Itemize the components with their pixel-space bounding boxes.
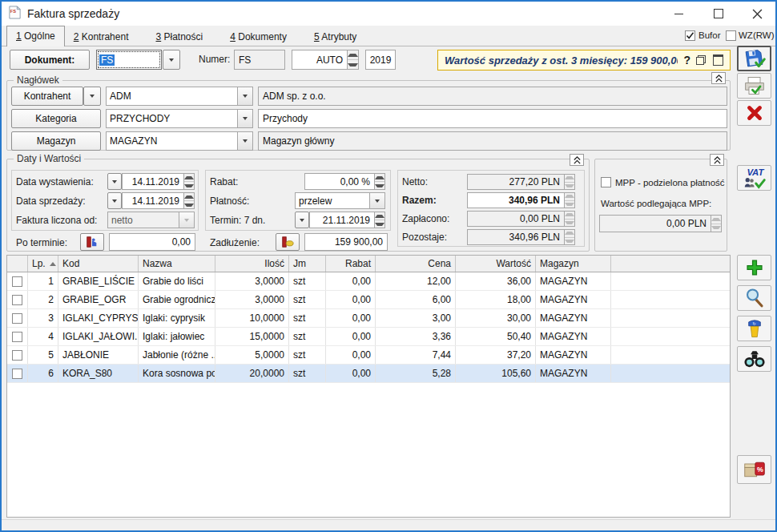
header-cena[interactable]: Cena (376, 256, 456, 272)
data-wystawienia-dropdown[interactable] (107, 173, 122, 190)
zadluzenie-button[interactable] (276, 233, 300, 251)
auto-number-spinner[interactable] (348, 50, 359, 70)
naglowek-collapse-button[interactable] (711, 72, 726, 84)
scheme-dropdown-button[interactable] (163, 50, 180, 70)
close-icon (752, 9, 763, 19)
year-field[interactable]: 2019 (365, 50, 396, 70)
vat-registry-button[interactable]: VAT (737, 165, 771, 191)
rabat-field[interactable]: 0,00 % (304, 173, 375, 190)
data-sprzedazy-field[interactable]: 14.11.2019 (122, 192, 184, 209)
table-row[interactable]: 2 GRABIE_OGR Grabie ogrodnicze 3,0000 sz… (7, 291, 730, 309)
bufor-checkbox[interactable] (685, 30, 695, 41)
cancel-button[interactable] (737, 100, 771, 126)
fs-document-icon: FS (8, 6, 22, 19)
po-terminie-label: Po terminie: (16, 237, 67, 248)
table-row[interactable]: 1 GRABIE_LIŚCIE Grabie do liści 3,0000 s… (7, 272, 730, 291)
header-lp[interactable]: Lp. (28, 256, 58, 272)
sales-info-text: Wartość sprzedaży z ost. 3 miesięcy: 159… (445, 54, 678, 66)
promotions-button[interactable]: % (737, 455, 771, 484)
chevron-down-icon[interactable] (237, 110, 252, 127)
termin-spinner[interactable] (375, 212, 385, 228)
row-checkbox[interactable] (12, 350, 22, 361)
magazyn-code-combo[interactable]: MAGAZYN (106, 131, 253, 151)
data-sprzedazy-spinner[interactable] (184, 192, 195, 209)
kategoria-code-combo[interactable]: PRZYCHODY (106, 109, 253, 128)
row-checkbox[interactable] (12, 369, 22, 379)
mpp-collapse-button[interactable] (710, 154, 724, 166)
kontrahent-dropdown-button[interactable] (83, 87, 101, 106)
termin-dropdown[interactable] (295, 212, 309, 228)
add-item-button[interactable] (737, 255, 771, 280)
minimize-button[interactable] (660, 2, 697, 26)
help-button[interactable]: ? (683, 54, 690, 66)
header-wartosc[interactable]: Wartość (456, 256, 536, 272)
header-jm[interactable]: Jm (289, 256, 326, 272)
auto-number-field[interactable]: AUTO (292, 50, 348, 70)
po-terminie-field[interactable]: 0,00 (109, 233, 195, 251)
delete-item-button[interactable]: ↻ (737, 316, 771, 341)
spinner-down-icon (348, 63, 358, 66)
termin-field[interactable]: 21.11.2019 (309, 212, 375, 228)
tab-kontrahent[interactable]: 2 Kontrahent (65, 27, 138, 46)
minimize-icon (674, 14, 683, 14)
wz-checkbox[interactable] (726, 30, 736, 41)
table-row[interactable]: 5 JABŁONIE Jabłonie (różne ... 5,0000 sz… (7, 346, 730, 365)
header-magazyn[interactable]: Magazyn (536, 256, 611, 272)
window-title: Faktura sprzedaży (27, 7, 119, 20)
series-field[interactable]: FS (234, 50, 285, 70)
tab-ogolne[interactable]: 1 Ogólne (6, 26, 65, 46)
document-scheme-combo[interactable]: FS (96, 50, 162, 70)
table-row[interactable]: 3 IGLAKI_CYPRYS Iglaki: cyprysik 10,0000… (7, 309, 730, 328)
data-sprzedazy-dropdown[interactable] (107, 192, 122, 209)
row-checkbox[interactable] (12, 313, 22, 324)
data-wystawienia-field[interactable]: 14.11.2019 (122, 173, 184, 190)
table-row-selected[interactable]: 6 KORA_S80 Kora sosnowa po... 20,0000 sz… (7, 365, 730, 383)
print-icon (743, 75, 767, 97)
tab-atrybuty[interactable]: 5 Atrybuty (305, 27, 365, 46)
collapse-chevrons-icon (713, 155, 722, 164)
table-row[interactable]: 4 IGLAKI_JAŁOWI... Iglaki: jałowiec 15,0… (7, 328, 730, 346)
maximize-button[interactable] (700, 2, 737, 26)
header-ilosc[interactable]: Ilość (215, 256, 289, 272)
kontrahent-button[interactable]: Kontrahent (11, 87, 83, 106)
po-terminie-button[interactable] (80, 233, 104, 251)
row-checkbox[interactable] (12, 276, 22, 287)
maximize-panel-icon[interactable] (713, 54, 723, 66)
chevron-down-icon (169, 58, 174, 62)
magazyn-name-field[interactable]: Magazyn główny (258, 131, 727, 151)
kategoria-name-field[interactable]: Przychody (258, 109, 727, 128)
kontrahent-name-field[interactable]: ADM sp. z o.o. (258, 87, 727, 106)
magnifier-icon (744, 288, 765, 308)
daty-collapse-button[interactable] (570, 154, 584, 166)
zadluzenie-field[interactable]: 159 900,00 (304, 233, 388, 251)
magazyn-button[interactable]: Magazyn (11, 131, 101, 151)
data-wystawienia-spinner[interactable] (184, 173, 195, 190)
liczona-label: Faktura liczona od: (16, 215, 97, 226)
liczona-combo[interactable]: netto (107, 212, 195, 228)
rabat-spinner[interactable] (375, 173, 385, 190)
platnosc-combo[interactable]: przelew (295, 192, 385, 209)
netto-spinner (565, 174, 575, 190)
chevron-down-icon[interactable] (237, 132, 252, 150)
close-button[interactable] (739, 2, 775, 26)
kontrahent-code-combo[interactable]: ADM (106, 87, 253, 106)
print-button[interactable] (737, 73, 771, 99)
find-item-button[interactable] (737, 346, 771, 372)
kategoria-button[interactable]: Kategoria (11, 109, 101, 128)
chevron-down-icon[interactable] (369, 193, 384, 208)
tab-dokumenty[interactable]: 4 Dokumenty (221, 27, 296, 46)
open-item-button[interactable] (737, 285, 771, 311)
row-checkbox[interactable] (12, 295, 22, 305)
numer-label: Numer: (199, 54, 230, 65)
mpp-checkbox[interactable] (601, 177, 611, 187)
save-button[interactable] (737, 46, 771, 71)
restore-panel-icon[interactable] (696, 55, 706, 65)
header-kod[interactable]: Kod (58, 256, 139, 272)
row-checkbox[interactable] (12, 332, 22, 342)
header-nazwa[interactable]: Nazwa (139, 256, 215, 272)
dokument-button[interactable]: Dokument: (10, 50, 90, 70)
chevron-down-icon[interactable] (237, 87, 252, 105)
header-rabat[interactable]: Rabat (326, 256, 376, 272)
tab-platnosci[interactable]: 3 Płatności (147, 27, 211, 46)
header-select-column[interactable] (7, 256, 28, 272)
